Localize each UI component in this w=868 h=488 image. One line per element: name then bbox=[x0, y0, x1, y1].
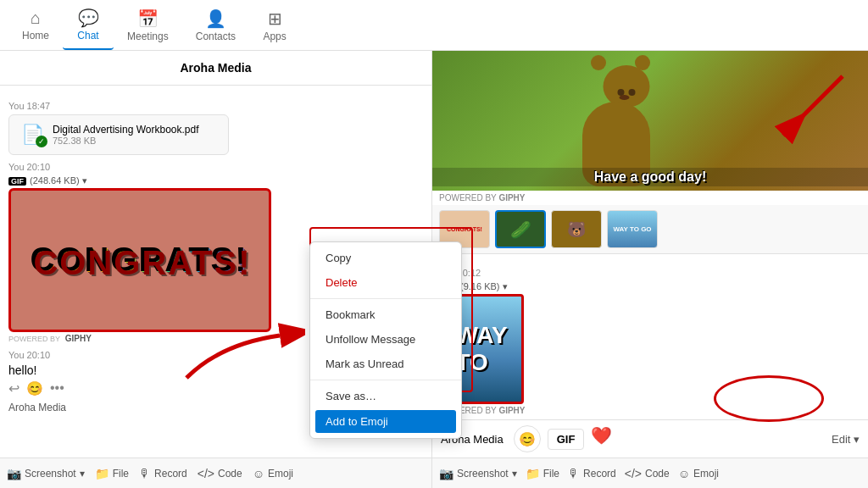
left-chat-panel: Aroha Media You 18:47 📄 ✓ Digital Advert… bbox=[0, 51, 432, 488]
file-info: Digital Advertising Workbook.pdf 752.38 … bbox=[53, 124, 199, 146]
record-label-left: Record bbox=[154, 468, 187, 480]
gif-badge: GIF bbox=[8, 177, 26, 186]
emoji-btn-right[interactable]: ☺ Emoji bbox=[678, 467, 719, 480]
react-icon[interactable]: ↩ bbox=[8, 380, 19, 396]
top-navigation: ⌂ Home 💬 Chat 📅 Meetings 👤 Contacts ⊞ Ap… bbox=[0, 0, 868, 51]
code-btn-right[interactable]: </> Code bbox=[625, 467, 670, 480]
main-content: Aroha Media You 18:47 📄 ✓ Digital Advert… bbox=[0, 51, 868, 488]
congrats-gif[interactable]: CONGRATS! bbox=[8, 188, 271, 332]
chat-icon: 💬 bbox=[78, 8, 99, 28]
file-label-right: File bbox=[543, 468, 559, 480]
ctx-divider-1 bbox=[310, 298, 461, 299]
gif-size-text: (248.64 KB) ▾ bbox=[30, 175, 87, 186]
meetings-icon: 📅 bbox=[137, 8, 159, 29]
code-label-right: Code bbox=[645, 468, 670, 480]
file-attachment[interactable]: 📄 ✓ Digital Advertising Workbook.pdf 752… bbox=[8, 114, 229, 155]
ctx-delete[interactable]: Delete bbox=[310, 270, 461, 295]
file-label-left: File bbox=[113, 468, 129, 480]
code-label-left: Code bbox=[218, 468, 242, 480]
context-menu: Copy Delete Bookmark Unfollow Message Ma… bbox=[309, 241, 462, 439]
nav-chat-label: Chat bbox=[77, 30, 98, 42]
contacts-icon: 👤 bbox=[205, 8, 226, 29]
chat-title: Aroha Media bbox=[180, 61, 251, 75]
powered-by-label: POWERED BY bbox=[8, 335, 60, 343]
giphy-credit-right2: POWERED BY GIPHY bbox=[439, 406, 861, 415]
file-check-icon: ✓ bbox=[36, 136, 47, 147]
screenshot-label-left: Screenshot bbox=[25, 468, 76, 480]
record-btn-left[interactable]: 🎙 Record bbox=[139, 467, 187, 480]
screenshot-arrow-left: ▾ bbox=[80, 468, 85, 480]
emoji-icon-right: ☺ bbox=[678, 467, 690, 480]
bottom-toolbar-right: 📷 Screenshot ▾ 📁 File 🎙 Record </> Code … bbox=[432, 458, 868, 488]
file-icon-left: 📁 bbox=[95, 467, 109, 480]
emoji-label-left: Emoji bbox=[268, 468, 293, 480]
heart-reaction-btn[interactable]: ❤️ bbox=[591, 425, 618, 452]
bottom-toolbar-left: 📷 Screenshot ▾ 📁 File 🎙 Record </> Code … bbox=[0, 458, 431, 488]
emoji-reaction-btn[interactable]: 😊 bbox=[514, 425, 541, 452]
ctx-save-as[interactable]: Save as… bbox=[310, 384, 461, 408]
emoji-btn-left[interactable]: ☺ Emoji bbox=[253, 467, 293, 480]
nav-apps[interactable]: ⊞ Apps bbox=[249, 2, 300, 49]
ctx-copy[interactable]: Copy bbox=[310, 246, 461, 270]
gif-thumb-bear[interactable]: 🐻 bbox=[551, 210, 602, 248]
record-icon-left: 🎙 bbox=[139, 467, 151, 480]
emoji-icon-left: ☺ bbox=[253, 467, 264, 480]
gif-reaction-btn[interactable]: GIF bbox=[548, 429, 585, 450]
have-good-day-text: Have a good day! bbox=[432, 168, 868, 186]
right-timestamp-1: You 20:12 bbox=[439, 268, 861, 278]
screenshot-btn-right[interactable]: 📷 Screenshot ▾ bbox=[439, 467, 517, 480]
giphy-credit-right: POWERED BY GIPHY bbox=[432, 191, 868, 205]
apps-icon: ⊞ bbox=[268, 8, 282, 29]
right-messages-area[interactable]: You 20:12 GIF (9.16 KB) ▾ WAYTO POWERED … bbox=[432, 254, 868, 419]
nav-meetings[interactable]: 📅 Meetings bbox=[114, 2, 182, 49]
emoji-react-icon[interactable]: 😊 bbox=[26, 380, 43, 396]
nav-home[interactable]: ⌂ Home bbox=[8, 2, 63, 48]
code-btn-left[interactable]: </> Code bbox=[198, 467, 242, 480]
ctx-divider-2 bbox=[310, 380, 461, 380]
record-label-right: Record bbox=[583, 468, 616, 480]
nav-contacts[interactable]: 👤 Contacts bbox=[182, 2, 249, 49]
ctx-bookmark[interactable]: Bookmark bbox=[310, 302, 461, 327]
ctx-unfollow[interactable]: Unfollow Message bbox=[310, 327, 461, 352]
gif-thumb-wayto[interactable]: WAY TO GO bbox=[607, 210, 658, 248]
screenshot-icon-left: 📷 bbox=[7, 467, 21, 480]
right-chat-panel: Have a good day! POWERED BY GIPHY CONGRA… bbox=[432, 51, 868, 488]
nav-meetings-label: Meetings bbox=[127, 30, 169, 42]
record-btn-right[interactable]: 🎙 Record bbox=[568, 467, 616, 480]
file-size: 752.38 KB bbox=[53, 136, 199, 146]
bear-left-ear bbox=[591, 55, 606, 70]
gif-thumb-cucumber[interactable]: 🥒 bbox=[495, 210, 546, 248]
nav-chat[interactable]: 💬 Chat bbox=[63, 1, 114, 50]
giphy-logo: GIPHY bbox=[65, 334, 92, 343]
ctx-mark-unread[interactable]: Mark as Unread bbox=[310, 352, 461, 376]
screenshot-label-right: Screenshot bbox=[457, 468, 509, 480]
home-icon: ⌂ bbox=[31, 8, 41, 28]
file-name: Digital Advertising Workbook.pdf bbox=[53, 124, 199, 136]
right-gif-size: (9.16 KB) ▾ bbox=[460, 281, 508, 292]
ctx-add-emoji[interactable]: Add to Emoji bbox=[315, 410, 456, 433]
timestamp-2010: You 20:10 bbox=[8, 162, 423, 172]
congrats-text: CONGRATS! bbox=[31, 241, 248, 280]
gif-thumbnails: CONGRATS! 🥒 🐻 WAY TO GO bbox=[432, 205, 868, 254]
file-btn-right[interactable]: 📁 File bbox=[526, 467, 559, 480]
powered-by-right: POWERED BY bbox=[439, 193, 498, 202]
screenshot-btn-left[interactable]: 📷 Screenshot ▾ bbox=[7, 467, 85, 480]
code-icon-right: </> bbox=[625, 467, 642, 480]
pdf-icon: 📄 ✓ bbox=[21, 124, 44, 146]
timestamp-1847: You 18:47 bbox=[8, 101, 423, 111]
more-actions-icon[interactable]: ••• bbox=[50, 380, 64, 396]
nav-home-label: Home bbox=[22, 30, 49, 42]
nav-apps-label: Apps bbox=[263, 30, 286, 42]
chat-header: Aroha Media bbox=[0, 51, 431, 86]
gif-size-label: GIF (248.64 KB) ▾ bbox=[8, 175, 423, 186]
code-icon-left: </> bbox=[198, 467, 214, 480]
reaction-bar: Aroha Media 😊 GIF ❤️ Edit ▾ bbox=[432, 419, 868, 458]
emoji-label-right: Emoji bbox=[693, 468, 719, 480]
nav-contacts-label: Contacts bbox=[196, 30, 236, 42]
file-icon-right: 📁 bbox=[526, 467, 540, 480]
bear-gif: Have a good day! bbox=[432, 51, 868, 191]
giphy-logo-right: GIPHY bbox=[498, 193, 525, 202]
right-gif-label: GIF (9.16 KB) ▾ bbox=[439, 281, 861, 292]
file-btn-left[interactable]: 📁 File bbox=[95, 467, 129, 480]
edit-button[interactable]: Edit ▾ bbox=[832, 433, 860, 446]
